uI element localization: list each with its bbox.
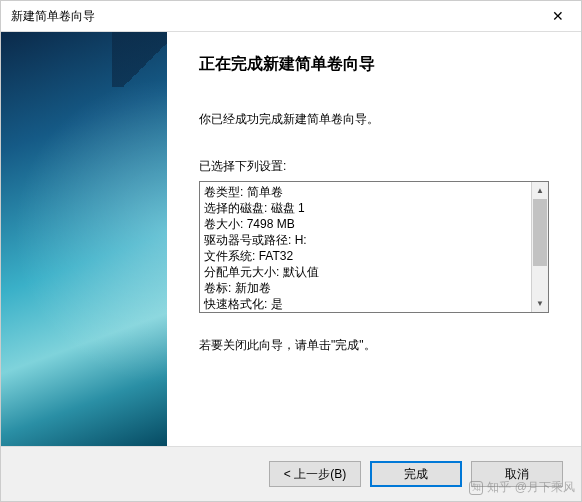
title-bar: 新建简单卷向导 ✕ bbox=[1, 1, 581, 31]
settings-list: 卷类型: 简单卷选择的磁盘: 磁盘 1卷大小: 7498 MB驱动器号或路径: … bbox=[200, 182, 531, 312]
settings-item[interactable]: 快速格式化: 是 bbox=[204, 296, 527, 312]
settings-item[interactable]: 卷类型: 简单卷 bbox=[204, 184, 527, 200]
settings-item[interactable]: 文件系统: FAT32 bbox=[204, 248, 527, 264]
finish-button[interactable]: 完成 bbox=[370, 461, 462, 487]
settings-item[interactable]: 卷标: 新加卷 bbox=[204, 280, 527, 296]
close-icon: ✕ bbox=[552, 8, 564, 24]
window-title: 新建简单卷向导 bbox=[11, 8, 535, 25]
scroll-up-button[interactable]: ▲ bbox=[532, 182, 548, 199]
page-title: 正在完成新建简单卷向导 bbox=[199, 54, 553, 75]
settings-item[interactable]: 选择的磁盘: 磁盘 1 bbox=[204, 200, 527, 216]
wizard-body: 正在完成新建简单卷向导 你已经成功完成新建简单卷向导。 已选择下列设置: 卷类型… bbox=[1, 31, 581, 447]
settings-item[interactable]: 卷大小: 7498 MB bbox=[204, 216, 527, 232]
wizard-banner-image bbox=[1, 32, 167, 446]
wizard-content: 正在完成新建简单卷向导 你已经成功完成新建简单卷向导。 已选择下列设置: 卷类型… bbox=[167, 32, 581, 446]
scroll-down-button[interactable]: ▼ bbox=[532, 295, 548, 312]
close-button[interactable]: ✕ bbox=[535, 1, 581, 31]
button-bar: < 上一步(B) 完成 取消 知 知乎 @月下乘风 bbox=[1, 447, 581, 501]
scroll-thumb[interactable] bbox=[533, 199, 547, 266]
settings-item[interactable]: 驱动器号或路径: H: bbox=[204, 232, 527, 248]
settings-label: 已选择下列设置: bbox=[199, 158, 553, 175]
close-hint: 若要关闭此向导，请单击"完成"。 bbox=[199, 337, 553, 354]
completion-text: 你已经成功完成新建简单卷向导。 bbox=[199, 111, 553, 128]
settings-listbox[interactable]: 卷类型: 简单卷选择的磁盘: 磁盘 1卷大小: 7498 MB驱动器号或路径: … bbox=[199, 181, 549, 313]
scrollbar[interactable]: ▲ ▼ bbox=[531, 182, 548, 312]
settings-item[interactable]: 分配单元大小: 默认值 bbox=[204, 264, 527, 280]
back-button[interactable]: < 上一步(B) bbox=[269, 461, 361, 487]
cancel-button[interactable]: 取消 bbox=[471, 461, 563, 487]
scroll-track[interactable] bbox=[532, 199, 548, 295]
